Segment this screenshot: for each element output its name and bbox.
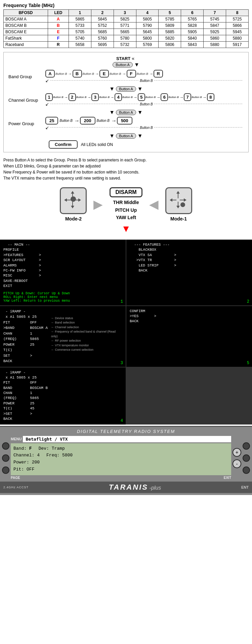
ch-3: 3: [91, 93, 99, 101]
osd-screen-5-num: 5: [247, 361, 249, 365]
freq-row-val-3: 5732: [114, 42, 136, 48]
text-line-1: Press Button A to select the Group. Pres…: [3, 157, 249, 163]
btn-a-down-arrow-1: ▼: [109, 86, 115, 92]
freq-row-val-2: 5695: [91, 42, 114, 48]
mode2-label: Mode-2: [65, 216, 82, 221]
ch-4: 4: [115, 93, 122, 101]
freq-row-val-2: 5760: [91, 35, 114, 42]
disarm-center: DISARM THR Middle PITCH Up YAW Left: [110, 187, 142, 221]
freq-row-val-6: 5828: [181, 22, 204, 29]
taranis-center: MENU Betaflight / VTX Band: F Dev: Tramp…: [11, 436, 231, 480]
freq-row-val-7: 5880: [204, 42, 226, 48]
taranis-right-knob-2[interactable]: [243, 454, 250, 462]
col-bfosd: BFOSD: [4, 10, 48, 16]
taranis-screen: Band: F Dev: Tramp Channel: 4 Freq: 5800: [11, 443, 231, 475]
freq-row-val-5: 5885: [159, 29, 181, 35]
hint-1: PITCH Up & Down: Cursor Up & Down: [3, 292, 122, 295]
freq-row-val-1: 5705: [69, 29, 91, 35]
osd-screen-4-content: - iRAMP - x A1 5865 x 25 PIT OFF BAND BO…: [3, 370, 122, 422]
svg-marker-3: [71, 206, 74, 208]
freq-row-val-1: 5658: [69, 42, 91, 48]
taranis-freq-val: 5800: [62, 453, 73, 458]
osd-screen-2-num: 2: [247, 299, 249, 304]
power-back-row: ↙ Button B: [45, 125, 244, 130]
col-3: 3: [114, 10, 136, 16]
start-label: START: [116, 56, 130, 61]
freq-row-val-5: 5785: [159, 16, 181, 22]
taranis-knob-2[interactable]: [2, 454, 9, 462]
btn-plus[interactable]: +: [233, 448, 241, 457]
ann-channel: ← Channel selection: [51, 325, 122, 330]
freq-row-val-6: 5905: [181, 29, 204, 35]
freq-row-name: BOSCAM B: [4, 22, 48, 29]
ann-set: ← Commence current selection: [51, 348, 122, 352]
svg-marker-7: [64, 198, 67, 202]
freq-row-led: R: [48, 42, 69, 48]
ann-temp: ← VTX temperature monitor: [51, 343, 122, 348]
taranis-band-val: F: [29, 446, 32, 451]
band-btn-4: Button B: [137, 72, 149, 76]
band-back-arrow: ↙: [45, 78, 49, 83]
osd-screen-2: --- FEATURES --- BLACKBOX VTX SA > >VTX …: [126, 240, 252, 305]
band-arrow-1: →: [68, 71, 72, 76]
power-500: 500: [117, 117, 132, 125]
screen3-split: - iRAMP - x A1 5865 x 25 PIT OFF >BAND B…: [3, 309, 122, 364]
freq-table-row: BOSCAM AA5865584558255805578557655745572…: [4, 16, 249, 22]
btn-a-divider-2: ▼ Button A ▼: [8, 109, 244, 115]
osd-screen-3: - iRAMP - x A1 5865 x 25 PIT OFF >BAND B…: [0, 306, 126, 367]
menu-value[interactable]: Betaflight / VTX: [23, 436, 231, 442]
diagram-section: START « Button A ▼ Band Group A Button B…: [3, 52, 249, 152]
freq-row-val-8: 5866: [226, 22, 249, 29]
channel-button-a: Button A: [116, 86, 136, 92]
taranis-knob-1[interactable]: [2, 442, 9, 450]
power-flow-items: 25 Button B → 200 Button B → 500: [45, 117, 244, 125]
ch-7: 7: [184, 93, 191, 101]
taranis-brand-area: 2.4GHz ACCST TARANIS -plus: [3, 483, 238, 492]
band-node-r: R: [154, 70, 163, 78]
band-group-flow: A Button B → B Button B → E Button B → F…: [45, 70, 244, 83]
taranis-right-knob-1[interactable]: [243, 442, 250, 450]
text-block: Press Button A to select the Group. Pres…: [0, 154, 252, 184]
band-group-row: Band Group A Button B → B Button B → E B…: [8, 70, 244, 83]
freq-row-val-4: 5790: [136, 22, 159, 29]
freq-row-name: FatShark: [4, 35, 48, 42]
freq-row-val-4: 5805: [136, 16, 159, 22]
band-arrow-4: →: [149, 71, 153, 76]
mode1-label: Mode-1: [170, 216, 187, 221]
disarm-title: DISARM: [110, 187, 142, 197]
text-line-4: The VTX remains the current frequency un…: [3, 175, 249, 181]
freq-row-val-7: 5860: [204, 35, 226, 42]
freq-row-val-7: 5925: [204, 29, 226, 35]
channel-back-row: ↙ Button B: [45, 102, 244, 107]
band-node-b: B: [73, 70, 82, 78]
freq-row-val-7: 5847: [204, 22, 226, 29]
ann-freq: ← Frequency of selected band & channel (…: [51, 330, 122, 339]
osd-screen-1-num: 1: [121, 299, 123, 304]
left-gray-arrow: ▶: [93, 198, 103, 210]
col-4: 4: [136, 10, 159, 16]
disarm-line2: PITCH Up: [110, 206, 142, 214]
confirm-node: Confirm: [49, 140, 78, 149]
freq-row-val-8: 5880: [226, 35, 249, 42]
menu-bar: MENU Betaflight / VTX: [11, 436, 231, 442]
taranis-power-val: 200: [32, 460, 40, 465]
band-btn-2: Button B: [83, 72, 94, 76]
taranis-section: DIGITAL TELEMETRY RADIO SYSTEM MENU Beta…: [0, 426, 252, 495]
osd-screen-3-num: 3: [121, 361, 123, 365]
taranis-title: DIGITAL TELEMETRY RADIO SYSTEM: [0, 429, 252, 434]
taranis-knob-3[interactable]: [2, 466, 9, 474]
btn-a-down-arrow-2: ▼: [137, 86, 143, 92]
taranis-right-knob-3[interactable]: [243, 466, 250, 474]
right-gray-arrow: ◀: [149, 198, 159, 210]
taranis-plus-label: -plus: [150, 485, 161, 491]
osd-screen-4-num: 4: [121, 418, 123, 423]
freq-row-val-1: 5740: [69, 35, 91, 42]
ann-device-status: ← Device status: [51, 316, 122, 321]
mode2-stick: [60, 187, 87, 214]
freq-row-val-8: 5917: [226, 42, 249, 48]
btn-minus[interactable]: -: [233, 459, 241, 468]
osd-screen-1-hints: PITCH Up & Down: Cursor Up & Down ROLL R…: [3, 292, 122, 303]
col-1: 1: [69, 10, 91, 16]
osd-screen-1: -- MAIN -- PROFILE >FEATURES > SCR LAYOU…: [0, 240, 126, 305]
freq-row-val-8: 5945: [226, 29, 249, 35]
